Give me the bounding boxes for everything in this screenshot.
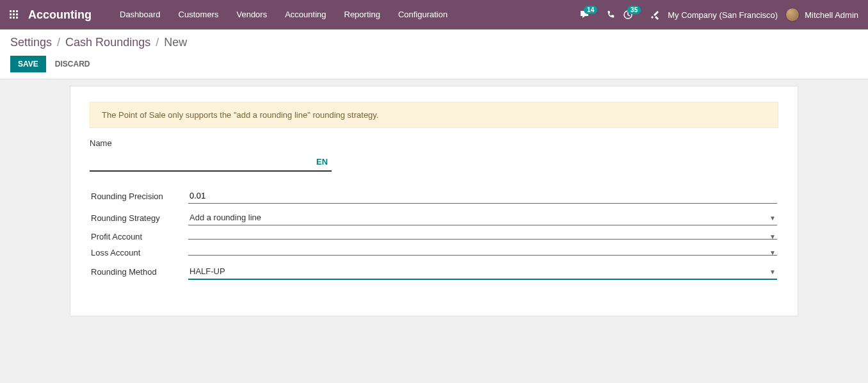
nav-reporting[interactable]: Reporting [335, 0, 389, 29]
svg-rect-3 [10, 13, 12, 15]
nav-customers[interactable]: Customers [170, 0, 228, 29]
svg-rect-5 [16, 13, 18, 15]
name-label: Name [90, 138, 778, 148]
nav-dashboard[interactable]: Dashboard [111, 0, 170, 29]
method-label: Rounding Method [91, 261, 187, 282]
breadcrumb-current: New [164, 36, 187, 49]
rounding-method-select[interactable]: HALF-UP ▼ [188, 264, 777, 280]
language-button[interactable]: EN [316, 157, 328, 167]
nav-accounting[interactable]: Accounting [276, 0, 335, 29]
loss-label: Loss Account [91, 245, 187, 260]
breadcrumb-settings[interactable]: Settings [10, 36, 52, 49]
svg-rect-0 [10, 10, 12, 12]
save-button[interactable]: Save [10, 56, 46, 72]
svg-rect-4 [13, 13, 15, 15]
tools-icon[interactable] [650, 10, 660, 20]
precision-field[interactable] [188, 188, 777, 204]
chevron-down-icon: ▼ [769, 249, 776, 256]
svg-rect-6 [10, 17, 12, 19]
user-menu[interactable]: Mitchell Admin [785, 8, 858, 22]
pos-warning: The Point of Sale only supports the "add… [90, 102, 778, 128]
breadcrumb: Settings / Cash Roundings / New [10, 36, 858, 49]
strategy-label: Rounding Strategy [91, 208, 187, 228]
user-name: Mitchell Admin [805, 10, 858, 20]
chevron-down-icon: ▼ [769, 214, 776, 221]
loss-account-select[interactable]: ▼ [188, 250, 777, 256]
apps-icon[interactable] [10, 10, 19, 19]
avatar [785, 8, 800, 22]
nav-configuration[interactable]: Configuration [389, 0, 456, 29]
app-title[interactable]: Accounting [28, 8, 92, 22]
profit-label: Profit Account [91, 229, 187, 244]
messaging-icon[interactable]: 14 [579, 10, 590, 20]
form-sheet: The Point of Sale only supports the "add… [70, 86, 798, 316]
chevron-down-icon: ▼ [769, 268, 776, 275]
svg-rect-8 [16, 17, 18, 19]
svg-rect-2 [16, 10, 18, 12]
navbar: Accounting Dashboard Customers Vendors A… [0, 0, 868, 29]
discard-button[interactable]: Discard [52, 56, 93, 72]
activity-badge: 35 [627, 6, 641, 14]
chevron-down-icon: ▼ [769, 233, 776, 240]
nav-vendors[interactable]: Vendors [227, 0, 276, 29]
messaging-badge: 14 [584, 6, 597, 14]
precision-label: Rounding Precision [91, 186, 187, 206]
strategy-select[interactable]: Add a rounding line ▼ [188, 210, 777, 225]
company-switcher[interactable]: My Company (San Francisco) [668, 10, 778, 20]
activity-icon[interactable]: 35 [623, 10, 633, 20]
profit-account-select[interactable]: ▼ [188, 234, 777, 240]
svg-rect-1 [13, 10, 15, 12]
svg-rect-7 [13, 17, 15, 19]
phone-icon[interactable] [606, 10, 615, 19]
breadcrumb-cash-roundings[interactable]: Cash Roundings [65, 36, 150, 49]
name-field[interactable] [90, 153, 332, 172]
